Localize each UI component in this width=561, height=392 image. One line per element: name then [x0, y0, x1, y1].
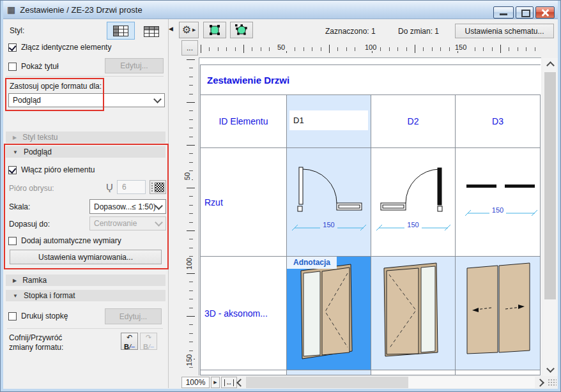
- collapse-panel-arrow[interactable]: ◀: [169, 26, 173, 32]
- chevron-left-icon: [236, 379, 245, 387]
- next-row-sliver: [456, 370, 541, 375]
- selection-polygon-icon: [235, 24, 248, 36]
- merge-identical-checkbox[interactable]: Złącz identyczne elementy: [8, 43, 111, 52]
- dialog-window: ▦ Zestawienie / ZE-23 Drzwi proste Styl:…: [0, 0, 561, 392]
- door-3d-d1: [287, 257, 371, 370]
- apply-format-label: Zastosuj opcje formatu dla:: [10, 82, 102, 91]
- separator: [6, 76, 164, 77]
- checkbox-box: [8, 166, 17, 174]
- title-bar[interactable]: ▦ Zestawienie / ZE-23 Drzwi proste: [1, 1, 560, 19]
- chevron-down-icon: [153, 95, 162, 103]
- auto-dimensions-checkbox[interactable]: Dodaj automatyczne wymiary: [8, 236, 121, 245]
- style-top-headers-button[interactable]: [139, 25, 164, 38]
- checkbox-box: [8, 237, 17, 245]
- section-footer-format[interactable]: ▼ Stopka i format: [6, 290, 165, 301]
- select-polygon-button[interactable]: [230, 22, 253, 38]
- undo-format-button[interactable]: ↶ B/–: [121, 333, 138, 350]
- minimize-button[interactable]: [493, 6, 514, 19]
- id-edit-box[interactable]: D1: [289, 110, 368, 130]
- scroll-right-button[interactable]: [536, 376, 546, 389]
- selected-count: Zaznaczono: 1: [325, 27, 376, 36]
- apply-format-select[interactable]: Podgląd: [8, 93, 165, 107]
- axon-cell-d2[interactable]: [371, 257, 456, 370]
- close-button[interactable]: [535, 6, 555, 19]
- door-plan-d3: [456, 148, 541, 257]
- separator: [7, 328, 163, 329]
- vertical-scrollbar[interactable]: [542, 58, 558, 376]
- section-preview[interactable]: ▼ Podgląd: [6, 146, 165, 158]
- panel-divider: [168, 19, 169, 388]
- axon-row-label-cell[interactable]: 3D - aksonom...: [201, 257, 287, 370]
- id-cell-d1[interactable]: D1: [287, 95, 371, 148]
- style-label: Styl:: [10, 26, 24, 35]
- next-row-sliver: [201, 370, 287, 375]
- plan-row-label-cell[interactable]: Rzut: [201, 148, 287, 257]
- zoom-flyout-button[interactable]: ▶: [211, 377, 220, 388]
- id-cell-d2[interactable]: D2: [371, 95, 456, 148]
- plan-cell-d3[interactable]: 150: [456, 148, 541, 257]
- scroll-left-button[interactable]: [234, 376, 245, 389]
- chevron-right-icon: [536, 379, 544, 387]
- maximize-button[interactable]: [516, 6, 534, 19]
- pen-outline-label: Pióro obrysu:: [9, 184, 54, 193]
- chevron-down-icon: [155, 218, 163, 227]
- id-cell-d3[interactable]: D3: [456, 95, 541, 148]
- resize-grip[interactable]: [548, 379, 557, 386]
- pen-icon: Ų: [106, 181, 113, 192]
- flyout-arrow-icon: ▶: [213, 380, 217, 385]
- checkbox-box: [8, 312, 17, 320]
- gear-icon: ⚙: [182, 25, 191, 35]
- edit-title-button[interactable]: Edytuj...: [105, 58, 164, 73]
- dimension-value: 150: [320, 221, 337, 229]
- door-plan-d2: [371, 148, 456, 257]
- axon-cell-d3[interactable]: [456, 257, 541, 370]
- checker-pattern-icon: [155, 183, 164, 192]
- schedule-table: Zestawienie Drzwi ID Elementu D1 D2 D3 R…: [200, 64, 541, 375]
- scroll-down-button[interactable]: [542, 363, 558, 376]
- next-row-sliver: [287, 370, 371, 375]
- ruler-options-button[interactable]: ...: [181, 40, 198, 56]
- flyout-arrow-icon: ▶: [192, 27, 196, 33]
- pen-color-pattern-button[interactable]: [150, 180, 166, 194]
- horizontal-scroll-track[interactable]: [246, 377, 535, 388]
- schedule-grid-icon: ▦: [7, 5, 15, 14]
- table-style-top-headers-icon: [144, 26, 159, 37]
- scroll-up-button[interactable]: [542, 58, 558, 71]
- redo-format-button[interactable]: ↷ B/–: [140, 333, 157, 350]
- maximize-icon: [521, 10, 530, 17]
- dimension-settings-button[interactable]: Ustawienia wymiarowania...: [10, 250, 162, 264]
- redo-arrow-icon: ↷: [141, 334, 157, 341]
- horizontal-ruler: 50 100 150: [199, 40, 541, 57]
- id-header-cell[interactable]: ID Elementu: [201, 95, 287, 148]
- section-text-style[interactable]: ▶ Styl tekstu: [6, 132, 165, 143]
- minimize-icon: [500, 13, 507, 15]
- fit-to-label: Dopasuj do:: [9, 220, 50, 229]
- style-left-headers-button[interactable]: [107, 22, 135, 40]
- edit-footer-button[interactable]: Edytuj...: [105, 308, 162, 324]
- door-3d-d3: [456, 257, 541, 370]
- show-title-checkbox[interactable]: Pokaż tytuł: [8, 62, 59, 71]
- table-title-cell[interactable]: Zestawienie Drzwi: [201, 65, 541, 95]
- horizontal-scroll-thumb[interactable]: [246, 377, 408, 388]
- scale-label: Skala:: [9, 202, 30, 211]
- enable-element-pen-checkbox[interactable]: Włącz pióro elementu: [8, 165, 95, 174]
- axon-cell-d1[interactable]: Adnotacja: [287, 257, 371, 370]
- table-style-left-headers-icon: [113, 26, 128, 36]
- close-icon: [541, 9, 549, 17]
- settings-flyout-button[interactable]: ⚙ ▶: [179, 22, 199, 38]
- undo-arrow-icon: ↶: [121, 334, 137, 341]
- plan-cell-d1[interactable]: 150: [287, 148, 371, 257]
- fit-width-icon: ↔: [224, 379, 234, 386]
- select-region-button[interactable]: [203, 22, 226, 38]
- fit-to-select[interactable]: Centrowanie: [89, 216, 166, 230]
- dimension-value: 150: [404, 221, 421, 229]
- scale-select[interactable]: Dopasow...≤ 1:50): [89, 199, 166, 214]
- zoom-level-button[interactable]: 100%: [181, 377, 210, 388]
- plan-cell-d2[interactable]: 150: [371, 148, 456, 257]
- print-footer-checkbox[interactable]: Drukuj stopkę: [8, 312, 68, 320]
- pen-number-field[interactable]: 6: [117, 180, 146, 194]
- scheme-settings-button[interactable]: Ustawienia schematu...: [455, 24, 554, 38]
- vertical-scroll-thumb[interactable]: [544, 72, 556, 299]
- preview-statusbar: 100% ▶ ↔: [171, 376, 558, 389]
- section-frame[interactable]: ▶ Ramka: [6, 275, 165, 286]
